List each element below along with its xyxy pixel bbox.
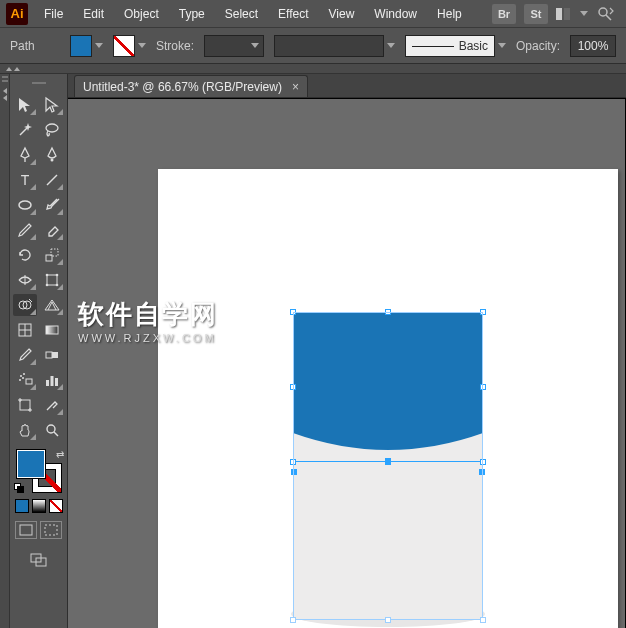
- document-area: Untitled-3* @ 66.67% (RGB/Preview) ×: [68, 74, 626, 628]
- draw-mode-behind[interactable]: [40, 521, 62, 539]
- ellipse-tool[interactable]: [13, 194, 37, 216]
- scale-tool[interactable]: [40, 244, 64, 266]
- perspective-grid-tool[interactable]: [40, 294, 64, 316]
- default-fill-stroke-icon[interactable]: [14, 483, 24, 493]
- paintbrush-tool[interactable]: [40, 194, 64, 216]
- color-mode-none[interactable]: [49, 499, 63, 513]
- color-mode-solid[interactable]: [15, 499, 29, 513]
- stroke-weight-field[interactable]: [204, 35, 264, 57]
- color-mode-gradient[interactable]: [32, 499, 46, 513]
- svg-point-28: [22, 377, 24, 379]
- tools-dock-strip[interactable]: [0, 74, 10, 628]
- menu-help[interactable]: Help: [427, 3, 472, 25]
- curvature-tool[interactable]: [40, 144, 64, 166]
- svg-rect-23: [52, 352, 58, 358]
- search-icon[interactable]: [596, 5, 614, 23]
- selection-tool[interactable]: [13, 94, 37, 116]
- eraser-tool[interactable]: [40, 219, 64, 241]
- stroke-label: Stroke:: [156, 39, 194, 53]
- magic-wand-tool[interactable]: [13, 119, 37, 141]
- mesh-tool[interactable]: [13, 319, 37, 341]
- svg-rect-29: [46, 380, 49, 386]
- document-tab[interactable]: Untitled-3* @ 66.67% (RGB/Preview) ×: [74, 75, 308, 97]
- direct-selection-tool[interactable]: [40, 94, 64, 116]
- rotate-tool[interactable]: [13, 244, 37, 266]
- main-area: T ⇄: [0, 74, 626, 628]
- hand-tool[interactable]: [13, 419, 37, 441]
- menu-view[interactable]: View: [319, 3, 365, 25]
- bridge-badge[interactable]: Br: [492, 4, 516, 24]
- brush-name: Basic: [459, 39, 488, 53]
- svg-point-3: [46, 124, 58, 132]
- blue-shape[interactable]: [293, 312, 483, 462]
- document-tab-bar: Untitled-3* @ 66.67% (RGB/Preview) ×: [68, 74, 626, 98]
- svg-point-12: [46, 274, 49, 277]
- fill-swatch[interactable]: [70, 35, 103, 57]
- type-tool[interactable]: T: [13, 169, 37, 191]
- panel-dock-collapse[interactable]: [0, 64, 626, 74]
- selection-type-label: Path: [10, 39, 35, 53]
- opacity-label: Opacity:: [516, 39, 560, 53]
- app-logo-icon: Ai: [6, 3, 28, 25]
- blend-tool[interactable]: [40, 344, 64, 366]
- symbol-sprayer-tool[interactable]: [13, 369, 37, 391]
- arrange-documents-icon[interactable]: [556, 8, 570, 20]
- svg-point-0: [599, 8, 607, 16]
- svg-rect-40: [45, 525, 57, 535]
- svg-point-7: [19, 201, 31, 209]
- svg-rect-11: [47, 275, 57, 285]
- opacity-field[interactable]: 100%: [570, 35, 616, 57]
- shape-builder-tool[interactable]: [13, 294, 37, 316]
- free-transform-tool[interactable]: [40, 269, 64, 291]
- svg-line-1: [606, 15, 611, 20]
- brush-definition[interactable]: Basic: [405, 35, 506, 57]
- svg-line-2: [20, 127, 28, 135]
- variable-width-profile[interactable]: [274, 35, 395, 57]
- svg-rect-32: [20, 400, 30, 410]
- menu-object[interactable]: Object: [114, 3, 169, 25]
- tools-panel: T ⇄: [10, 74, 68, 628]
- svg-text:T: T: [21, 172, 30, 188]
- pen-tool[interactable]: [13, 144, 37, 166]
- svg-point-25: [20, 375, 22, 377]
- eyedropper-tool[interactable]: [13, 344, 37, 366]
- screen-mode-button[interactable]: [28, 549, 50, 571]
- menu-type[interactable]: Type: [169, 3, 215, 25]
- fill-stroke-indicator[interactable]: ⇄: [14, 449, 64, 493]
- arrange-dropdown-icon[interactable]: [580, 11, 588, 16]
- canvas[interactable]: 软件自学网 WWW.RJZXW.COM: [68, 98, 626, 628]
- menu-effect[interactable]: Effect: [268, 3, 318, 25]
- gradient-tool[interactable]: [40, 319, 64, 341]
- zoom-tool[interactable]: [40, 419, 64, 441]
- menu-bar: Ai File Edit Object Type Select Effect V…: [0, 0, 626, 28]
- width-tool[interactable]: [13, 269, 37, 291]
- menu-file[interactable]: File: [34, 3, 73, 25]
- draw-mode-normal[interactable]: [15, 521, 37, 539]
- lasso-tool[interactable]: [40, 119, 64, 141]
- svg-rect-39: [20, 525, 32, 535]
- pencil-tool[interactable]: [13, 219, 37, 241]
- stock-badge[interactable]: St: [524, 4, 548, 24]
- document-tab-title: Untitled-3* @ 66.67% (RGB/Preview): [83, 80, 282, 94]
- swap-fill-stroke-icon[interactable]: ⇄: [56, 449, 64, 460]
- svg-line-6: [47, 175, 57, 185]
- svg-rect-22: [46, 352, 52, 358]
- fill-color-swatch[interactable]: [16, 449, 46, 479]
- tools-panel-grip[interactable]: [14, 82, 63, 90]
- line-segment-tool[interactable]: [40, 169, 64, 191]
- menu-select[interactable]: Select: [215, 3, 268, 25]
- svg-point-13: [56, 274, 59, 277]
- menu-edit[interactable]: Edit: [73, 3, 114, 25]
- stroke-swatch[interactable]: [113, 35, 146, 57]
- svg-rect-21: [46, 326, 58, 334]
- close-tab-icon[interactable]: ×: [292, 80, 299, 94]
- svg-point-27: [19, 379, 21, 381]
- svg-point-14: [46, 284, 49, 287]
- slice-tool[interactable]: [40, 394, 64, 416]
- column-graph-tool[interactable]: [40, 369, 64, 391]
- menu-window[interactable]: Window: [364, 3, 427, 25]
- control-bar: Path Stroke: Basic Opacity: 100%: [0, 28, 626, 64]
- artboard-tool[interactable]: [13, 394, 37, 416]
- svg-point-26: [23, 373, 25, 375]
- artboard: [158, 169, 618, 628]
